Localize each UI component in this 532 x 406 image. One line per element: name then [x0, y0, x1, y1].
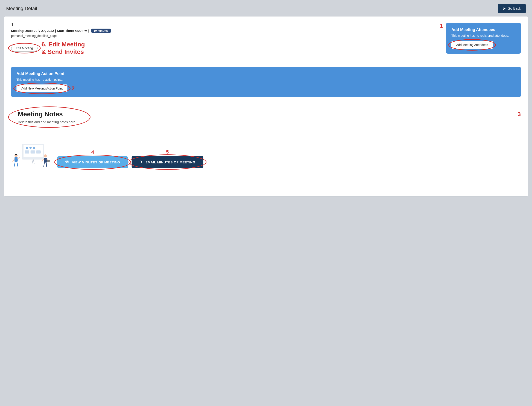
page-title: Meeting Detail	[6, 6, 37, 11]
attendees-box: Add Meeting Attendees This meeting has n…	[446, 23, 521, 54]
buttons-row: 4 👁 VIEW MINUTES OF MEETING 5 ✈ EMAIL MI…	[57, 149, 521, 168]
svg-point-2	[26, 147, 28, 149]
svg-line-12	[13, 159, 14, 161]
notes-annotation-number: 3	[518, 111, 521, 118]
svg-rect-5	[25, 150, 29, 153]
svg-rect-17	[44, 158, 47, 163]
svg-rect-11	[14, 157, 18, 162]
action-point-btn-row: Add New Meeting Action Point 2	[16, 84, 516, 92]
view-minutes-label: VIEW MINUTES OF MEETING	[72, 160, 120, 164]
email-minutes-label: EMAIL MINUTES OF MEETING	[145, 160, 196, 164]
attendees-section: 1 Add Meeting Attendees This meeting has…	[438, 23, 521, 54]
meeting-number: 1	[11, 23, 431, 27]
edit-meeting-row: Edit Meeting 6. Edit Meeting& Send Invit…	[11, 41, 431, 55]
go-back-label: Go Back	[508, 7, 521, 11]
svg-rect-22	[47, 160, 50, 162]
meeting-info-row: 1 Meeting Date: July 27, 2022 | Start Ti…	[11, 23, 521, 55]
add-attendees-button[interactable]: Add Meeting Attendees	[451, 41, 493, 49]
page-header: Meeting Detail ➤ Go Back	[0, 0, 532, 16]
svg-line-9	[33, 159, 34, 164]
svg-point-4	[33, 147, 35, 149]
attendees-annotation-number: 1	[440, 23, 443, 29]
edit-meeting-annotation: 6. Edit Meeting& Send Invites	[42, 41, 85, 55]
view-minutes-col: 4 👁 VIEW MINUTES OF MEETING	[57, 149, 128, 168]
illustration	[11, 142, 51, 168]
meeting-notes-content: Meeting Notes Delete this and add meetin…	[11, 108, 512, 126]
action-point-box: Add Meeting Action Point This meeting ha…	[11, 67, 521, 97]
action-annotation-number: 2	[71, 85, 74, 92]
email-minutes-col: 5 ✈ EMAIL MINUTES OF MEETING	[132, 149, 203, 168]
go-back-button[interactable]: ➤ Go Back	[498, 4, 526, 13]
svg-line-21	[46, 163, 47, 167]
eye-icon: 👁	[65, 160, 70, 165]
svg-line-20	[44, 163, 44, 167]
divider-1	[11, 62, 521, 62]
view-minutes-annotation: 4	[91, 149, 94, 155]
svg-point-3	[29, 147, 32, 149]
svg-line-15	[17, 162, 18, 166]
attendees-box-desc: This meeting has no registered attendees…	[451, 34, 516, 37]
attendees-box-title: Add Meeting Attendees	[451, 28, 516, 32]
add-action-button[interactable]: Add New Meeting Action Point	[16, 84, 67, 92]
email-minutes-annotation: 5	[166, 149, 169, 155]
view-minutes-button[interactable]: 👁 VIEW MINUTES OF MEETING	[57, 156, 128, 168]
add-action-oval: Add New Meeting Action Point	[16, 84, 67, 92]
meeting-date-row: Meeting Date: July 27, 2022 | Start Time…	[11, 29, 431, 33]
svg-point-16	[44, 154, 47, 158]
view-minutes-oval: 👁 VIEW MINUTES OF MEETING	[57, 156, 128, 168]
meeting-notes-desc: Delete this and add meeting notes here .…	[18, 120, 81, 124]
main-card: 1 Meeting Date: July 27, 2022 | Start Ti…	[4, 16, 528, 197]
svg-rect-7	[36, 150, 41, 153]
add-attendees-oval: Add Meeting Attendees	[451, 41, 493, 49]
svg-line-8	[32, 159, 33, 164]
duration-badge: 10 minutes	[91, 29, 111, 33]
meeting-page-name: personal_meeting_detailed_page	[11, 34, 431, 38]
meeting-notes-oval: Meeting Notes Delete this and add meetin…	[11, 108, 87, 126]
send-icon: ✈	[140, 160, 143, 165]
meeting-notes-inner: Meeting Notes Delete this and add meetin…	[11, 108, 521, 126]
divider-2	[11, 135, 521, 135]
edit-meeting-button[interactable]: Edit Meeting	[11, 45, 38, 52]
meeting-info-left: 1 Meeting Date: July 27, 2022 | Start Ti…	[11, 23, 431, 55]
svg-line-13	[18, 158, 19, 159]
action-point-title: Add Meeting Action Point	[16, 72, 516, 76]
svg-line-18	[42, 159, 44, 161]
svg-line-14	[14, 162, 15, 166]
bottom-section: 4 👁 VIEW MINUTES OF MEETING 5 ✈ EMAIL MI…	[11, 139, 521, 168]
go-back-icon: ➤	[503, 6, 506, 11]
meeting-notes-section: Meeting Notes Delete this and add meetin…	[11, 104, 521, 126]
edit-meeting-oval: Edit Meeting	[11, 45, 38, 52]
action-point-desc: This meeting has no action points.	[16, 78, 516, 81]
meeting-notes-title: Meeting Notes	[18, 110, 81, 118]
svg-rect-6	[30, 150, 35, 153]
email-minutes-oval: ✈ EMAIL MINUTES OF MEETING	[132, 156, 203, 168]
email-minutes-button[interactable]: ✈ EMAIL MINUTES OF MEETING	[132, 156, 203, 168]
meeting-date-label: Meeting Date: July 27, 2022 | Start Time…	[11, 29, 89, 33]
